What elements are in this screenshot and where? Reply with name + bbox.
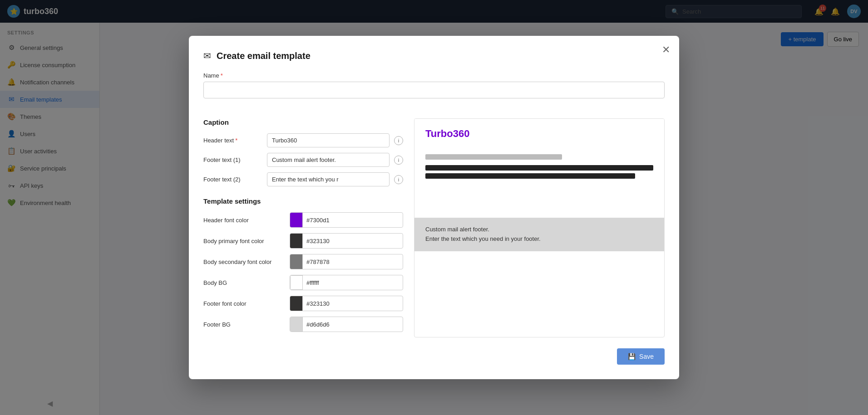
template-settings-section: Template settings Header font colorBody … [203,197,403,332]
footer-text1-input[interactable] [267,153,390,167]
name-label: Name * [203,72,665,79]
modal-body: Caption Header text * i Footer text ( [203,118,665,337]
color-swatch-body-primary-font-color[interactable] [290,234,303,248]
header-text-row: Header text * i [203,133,403,147]
color-row-body-secondary-font-color: Body secondary font color [203,254,403,269]
modal-title-icon: ✉ [203,50,211,61]
template-settings-title: Template settings [203,197,403,205]
color-text-input-body-primary-font-color[interactable] [303,235,403,247]
modal-header: ✉ Create email template [203,50,665,61]
color-rows: Header font colorBody primary font color… [203,212,403,332]
color-input-wrapper-body-bg[interactable] [290,275,403,290]
modal-title: Create email template [217,51,311,61]
name-section: Name * [203,72,665,107]
color-text-input-footer-font-color[interactable] [303,298,403,310]
preview-header: Turbo360 [414,119,664,154]
color-label-body-bg: Body BG [203,279,285,286]
caption-section-title: Caption [203,118,403,126]
save-label: Save [639,353,654,360]
color-text-input-body-secondary-font-color[interactable] [303,256,403,268]
modal-footer: 💾 Save [203,348,665,365]
preview-body [414,154,664,218]
color-row-body-primary-font-color: Body primary font color [203,233,403,249]
color-row-body-bg: Body BG [203,275,403,290]
preview-line-short [425,154,562,160]
footer-text1-label: Footer text (1) [203,156,262,163]
color-input-wrapper-body-primary-font-color[interactable] [290,233,403,249]
name-input[interactable] [203,82,665,98]
color-swatch-header-font-color[interactable] [290,213,303,227]
color-swatch-body-bg[interactable] [290,275,303,290]
modal-close-button[interactable]: ✕ [662,45,670,55]
save-icon: 💾 [628,353,636,360]
color-input-wrapper-footer-bg[interactable] [290,317,403,332]
color-label-header-font-color: Header font color [203,217,285,224]
email-preview-panel: Turbo360 Custom mail alert footer. Enter… [414,118,665,337]
footer-text1-row: Footer text (1) i [203,153,403,167]
preview-line-medium [425,173,635,179]
color-text-input-header-font-color[interactable] [303,214,403,226]
footer-text2-row: Footer text (2) i [203,172,403,186]
footer-text2-info-icon[interactable]: i [394,175,403,184]
color-swatch-footer-font-color[interactable] [290,296,303,311]
color-input-wrapper-header-font-color[interactable] [290,212,403,228]
preview-footer-text1: Custom mail alert footer. [425,225,653,234]
color-label-body-primary-font-color: Body primary font color [203,238,285,244]
color-label-footer-font-color: Footer font color [203,300,285,307]
color-label-body-secondary-font-color: Body secondary font color [203,259,285,265]
footer-text2-label: Footer text (2) [203,176,262,183]
header-required: * [235,137,237,144]
header-text-label: Header text * [203,137,262,144]
color-row-header-font-color: Header font color [203,212,403,228]
color-swatch-footer-bg[interactable] [290,317,303,332]
preview-brand: Turbo360 [425,128,653,140]
footer-text1-info-icon[interactable]: i [394,156,403,165]
color-input-wrapper-body-secondary-font-color[interactable] [290,254,403,269]
color-input-wrapper-footer-font-color[interactable] [290,296,403,311]
caption-section: Caption Header text * i Footer text ( [203,118,403,186]
preview-spacer [425,181,653,209]
header-text-info-icon[interactable]: i [394,136,403,145]
color-text-input-body-bg[interactable] [303,277,403,289]
preview-footer: Custom mail alert footer. Enter the text… [414,218,664,251]
header-text-input[interactable] [267,133,390,147]
modal-overlay: ✉ Create email template ✕ Name * Caption [0,0,868,415]
color-swatch-body-secondary-font-color[interactable] [290,254,303,269]
create-email-template-modal: ✉ Create email template ✕ Name * Caption [189,36,679,379]
color-text-input-footer-bg[interactable] [303,318,403,331]
footer-text2-input[interactable] [267,172,390,186]
preview-line-long [425,165,653,171]
color-row-footer-bg: Footer BG [203,317,403,332]
modal-left-panel: Caption Header text * i Footer text ( [203,118,403,337]
name-required-indicator: * [221,72,223,79]
color-row-footer-font-color: Footer font color [203,296,403,311]
save-button[interactable]: 💾 Save [617,348,665,365]
preview-footer-text2: Enter the text which you need in your fo… [425,234,653,244]
color-label-footer-bg: Footer BG [203,321,285,328]
